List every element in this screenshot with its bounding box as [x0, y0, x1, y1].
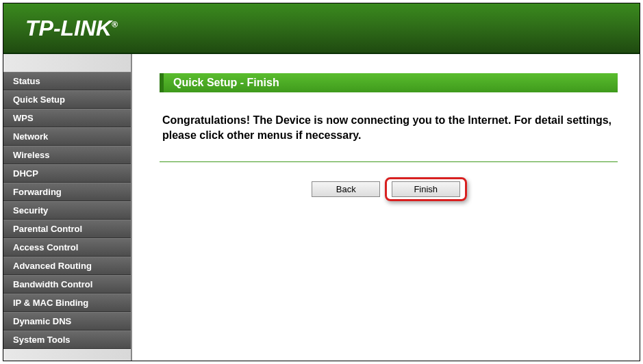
divider: [160, 161, 618, 162]
sidebar-item-dynamic-dns[interactable]: Dynamic DNS: [3, 312, 131, 330]
sidebar-item-dhcp[interactable]: DHCP: [3, 164, 131, 183]
button-row: Back Finish: [160, 177, 618, 201]
sidebar-item-parental-control[interactable]: Parental Control: [3, 220, 131, 238]
sidebar-item-advanced-routing[interactable]: Advanced Routing: [3, 257, 131, 275]
sidebar-item-access-control[interactable]: Access Control: [3, 238, 131, 257]
sidebar-item-wps[interactable]: WPS: [3, 109, 131, 127]
sidebar-item-status[interactable]: Status: [3, 72, 131, 90]
page-title: Quick Setup - Finish: [160, 73, 618, 92]
back-button[interactable]: Back: [312, 181, 380, 197]
header-bar: TP-LINK®: [3, 3, 640, 54]
sidebar-item-forwarding[interactable]: Forwarding: [3, 183, 131, 201]
main-content: Quick Setup - Finish Congratulations! Th…: [132, 54, 640, 361]
sidebar-item-system-tools[interactable]: System Tools: [3, 330, 131, 349]
finish-highlight: Finish: [385, 177, 467, 201]
congrats-message: Congratulations! The Device is now conne…: [160, 109, 618, 157]
sidebar-item-bandwidth-control[interactable]: Bandwidth Control: [3, 275, 131, 294]
sidebar-item-quick-setup[interactable]: Quick Setup: [3, 90, 131, 109]
sidebar: Status Quick Setup WPS Network Wireless …: [3, 54, 132, 361]
finish-button[interactable]: Finish: [392, 181, 460, 197]
sidebar-item-wireless[interactable]: Wireless: [3, 146, 131, 164]
sidebar-item-security[interactable]: Security: [3, 201, 131, 220]
sidebar-item-network[interactable]: Network: [3, 127, 131, 146]
sidebar-item-ip-mac-binding[interactable]: IP & MAC Binding: [3, 294, 131, 312]
brand-logo: TP-LINK®: [25, 16, 118, 41]
